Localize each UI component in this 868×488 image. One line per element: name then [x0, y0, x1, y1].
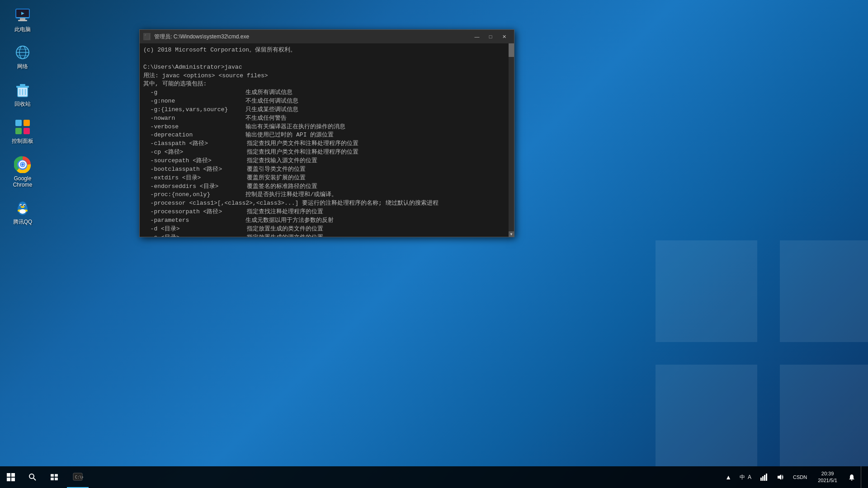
svg-rect-54 [760, 478, 762, 481]
taskbar-taskview-button[interactable] [43, 466, 65, 488]
svg-rect-17 [20, 84, 25, 86]
svg-rect-6 [20, 18, 25, 20]
cmd-window-controls: — □ ✕ [471, 32, 510, 41]
controlpanel-icon-label: 控制面板 [12, 138, 33, 144]
cmd-window: ⬛ 管理员: C:\Windows\system32\cmd.exe — □ ✕… [139, 29, 514, 237]
svg-rect-56 [764, 475, 765, 481]
svg-marker-58 [778, 474, 781, 480]
svg-point-36 [24, 205, 25, 206]
taskbar-network-icon[interactable] [757, 474, 771, 481]
svg-rect-59 [851, 480, 853, 481]
taskbar-clock[interactable]: 20:39 2021/5/1 [812, 466, 843, 488]
cmd-title-text: 管理员: C:\Windows\system32\cmd.exe [154, 33, 249, 41]
svg-rect-50 [55, 478, 58, 480]
desktop-icon-recycle[interactable]: 回收站 [5, 79, 41, 109]
svg-point-32 [19, 202, 27, 210]
cmd-scrollbar-down[interactable]: ▼ [509, 231, 514, 237]
svg-point-45 [29, 474, 34, 479]
cmd-scrollbar[interactable]: ▲ ▼ [509, 43, 514, 237]
svg-line-46 [33, 478, 36, 480]
taskbar-sys-icons[interactable]: 中 A [736, 474, 755, 481]
cmd-titlebar[interactable]: ⬛ 管理员: C:\Windows\system32\cmd.exe — □ ✕ [140, 30, 514, 43]
recycle-icon-label: 回收站 [14, 101, 31, 107]
svg-rect-1 [780, 240, 868, 342]
cmd-scrollbar-thumb[interactable] [509, 43, 514, 57]
svg-rect-55 [762, 476, 764, 481]
svg-point-35 [20, 205, 22, 206]
desktop-icon-qq[interactable]: 腾讯QQ [5, 197, 41, 227]
taskbar: C:\>_ ▲ 中 A [0, 466, 868, 488]
desktop-icons: ▶ 此电脑 网络 [5, 5, 41, 227]
taskbar-ime-icon: A [748, 474, 751, 480]
taskbar-show-desktop[interactable] [861, 466, 864, 488]
windows-bg-logo [656, 240, 868, 466]
taskbar-time: 20:39 [821, 470, 834, 477]
cmd-title-left: ⬛ 管理员: C:\Windows\system32\cmd.exe [143, 33, 249, 41]
taskbar-notif-overflow[interactable]: ▲ [722, 466, 734, 488]
svg-rect-0 [656, 240, 757, 342]
svg-rect-24 [24, 128, 30, 134]
svg-rect-23 [15, 128, 22, 134]
svg-rect-16 [16, 86, 29, 88]
cmd-small-icon: ⬛ [143, 33, 151, 40]
desktop-icon-chrome[interactable]: Google Chrome [5, 154, 41, 190]
network-icon [14, 43, 32, 61]
chrome-icon-label: Google Chrome [13, 175, 33, 188]
taskbar-apps: C:\>_ [67, 466, 89, 488]
svg-point-37 [21, 206, 24, 208]
svg-rect-21 [15, 120, 22, 126]
svg-rect-2 [656, 365, 757, 466]
chrome-icon [14, 155, 32, 174]
svg-rect-47 [51, 474, 54, 477]
desktop: ▶ 此电脑 网络 [0, 0, 868, 488]
taskbar-right: ▲ 中 A CSDN [722, 466, 868, 488]
cmd-minimize-button[interactable]: — [471, 32, 483, 41]
svg-rect-43 [7, 478, 10, 481]
qq-icon-label: 腾讯QQ [13, 219, 33, 225]
svg-rect-44 [11, 478, 15, 481]
svg-text:C:\>_: C:\>_ [75, 475, 83, 479]
qq-icon [14, 199, 32, 217]
svg-rect-7 [18, 20, 27, 21]
cmd-content-area: (c) 2018 Microsoft Corporation。保留所有权利。 C… [140, 43, 514, 237]
network-icon-label: 网络 [17, 63, 28, 70]
svg-rect-41 [7, 473, 10, 477]
svg-rect-49 [51, 478, 54, 480]
desktop-icon-controlpanel[interactable]: 控制面板 [5, 116, 41, 146]
svg-rect-42 [11, 473, 15, 477]
controlpanel-icon [14, 118, 32, 136]
taskbar-notification-button[interactable] [844, 474, 859, 481]
taskbar-csdn-text[interactable]: CSDN [789, 474, 811, 480]
cmd-close-button[interactable]: ✕ [498, 32, 510, 41]
svg-point-30 [21, 163, 24, 166]
taskbar-date: 2021/5/1 [818, 477, 837, 484]
computer-icon-label: 此电脑 [14, 26, 31, 33]
taskbar-search-button[interactable] [22, 466, 43, 488]
start-button[interactable] [0, 466, 22, 488]
taskbar-app-cmd[interactable]: C:\>_ [67, 466, 89, 488]
cmd-text[interactable]: (c) 2018 Microsoft Corporation。保留所有权利。 C… [140, 43, 509, 237]
svg-text:▶: ▶ [21, 11, 24, 15]
recycle-icon [14, 81, 32, 99]
desktop-icon-computer[interactable]: ▶ 此电脑 [5, 5, 41, 34]
taskbar-lang-icon: 中 [740, 474, 745, 481]
svg-point-40 [19, 209, 26, 214]
cmd-maximize-button[interactable]: □ [484, 32, 497, 41]
svg-rect-3 [780, 365, 868, 466]
svg-rect-57 [766, 474, 767, 481]
desktop-icon-network[interactable]: 网络 [5, 42, 41, 71]
svg-rect-22 [24, 120, 30, 126]
computer-icon: ▶ [14, 6, 32, 24]
taskbar-volume-icon[interactable] [773, 474, 788, 481]
svg-rect-48 [55, 474, 58, 477]
